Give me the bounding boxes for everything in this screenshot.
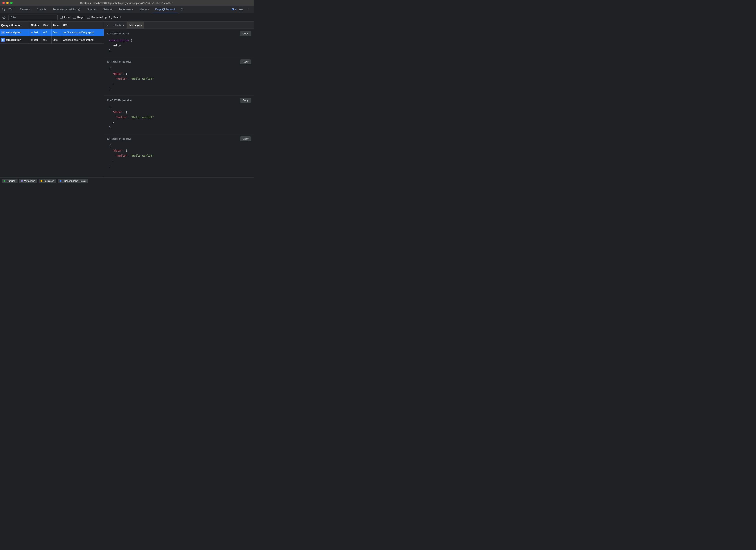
copy-button[interactable]: Copy — [240, 136, 251, 141]
svg-rect-3 — [232, 8, 234, 10]
table-body: Ssubscription1010 B0msws://localhost:400… — [0, 29, 104, 44]
th-query[interactable]: Query / Mutation — [0, 22, 30, 29]
main: Query / Mutation Status Size Time URL Ss… — [0, 22, 254, 177]
detail-tab-messages[interactable]: Messages — [127, 22, 144, 29]
svg-point-5 — [248, 8, 248, 9]
search-button[interactable]: Search — [109, 16, 121, 19]
cell-status: 101 — [30, 29, 42, 36]
pill-label: Persisted — [44, 180, 54, 183]
type-badge: S — [1, 31, 5, 34]
message-header: 12:45:16 PM | receiveCopy — [107, 59, 251, 64]
close-detail-icon[interactable] — [104, 22, 111, 29]
cell-size: 0 B — [42, 29, 52, 36]
svg-point-7 — [248, 10, 248, 11]
pill-persisted[interactable]: Persisted — [39, 179, 56, 183]
table-row[interactable]: Ssubscription1010 B0msws://localhost:400… — [0, 29, 104, 36]
tab-console[interactable]: Console — [34, 6, 49, 13]
filter-input[interactable] — [8, 15, 57, 20]
issues-count: 4 — [235, 8, 237, 11]
svg-point-4 — [241, 9, 242, 10]
table-header: Query / Mutation Status Size Time URL — [0, 22, 104, 29]
message-body: { "data": { "hello": "Hello world!" } } — [107, 66, 251, 92]
cell-status: 101 — [30, 36, 42, 44]
message-header: 12:45:15 PM | sendCopy — [107, 31, 251, 36]
dot-icon — [21, 180, 23, 182]
traffic-lights — [2, 2, 13, 4]
dot-icon — [4, 180, 5, 182]
pill-label: Mutations — [24, 180, 35, 183]
tab-performance-insights-label: Performance insights — [53, 8, 77, 11]
checkbox-icon — [73, 16, 76, 19]
minimize-window-button[interactable] — [6, 2, 9, 4]
th-status[interactable]: Status — [30, 22, 42, 29]
tab-performance[interactable]: Performance — [116, 6, 136, 13]
window-title: DevTools - localhost:4000/graphql?query=… — [80, 2, 173, 5]
maximize-window-button[interactable] — [10, 2, 13, 4]
message-body: { "data": { "hello": "Hello world!" } } — [107, 105, 251, 130]
messages-list: 12:45:15 PM | sendCopysubscription { hel… — [104, 29, 254, 177]
message: 12:45:16 PM | receiveCopy{ "data": { "he… — [104, 57, 254, 95]
search-icon — [109, 16, 112, 19]
message: 12:45:17 PM | receiveCopy{ "data": { "he… — [104, 95, 254, 134]
message-time: 12:45:16 PM | receive — [107, 60, 132, 63]
message: 12:45:18 PM | receiveCopy{ "data": { "he… — [104, 134, 254, 172]
svg-rect-1 — [9, 8, 11, 10]
preserve-log-label: Preserve Log — [91, 16, 107, 19]
th-url[interactable]: URL — [62, 22, 104, 29]
tab-performance-insights[interactable]: Performance insights — [50, 6, 84, 13]
detail-tab-headers[interactable]: Headers — [111, 22, 127, 29]
pill-mutations[interactable]: Mutations — [19, 179, 37, 183]
invert-checkbox[interactable]: Invert — [60, 16, 71, 19]
tab-elements[interactable]: Elements — [17, 6, 33, 13]
regex-checkbox[interactable]: Regex — [73, 16, 85, 19]
copy-button[interactable]: Copy — [240, 59, 251, 64]
pill-subscriptions[interactable]: Subscriptions (Beta) — [58, 179, 88, 183]
copy-button[interactable]: Copy — [240, 31, 251, 36]
request-list-panel: Query / Mutation Status Size Time URL Ss… — [0, 22, 104, 177]
clear-icon[interactable] — [2, 15, 6, 19]
cell-url: ws://localhost:4000/graphql — [62, 36, 104, 44]
more-tabs-icon[interactable] — [179, 7, 185, 12]
copy-button[interactable]: Copy — [240, 98, 251, 103]
message-time: 12:45:18 PM | receive — [107, 137, 132, 140]
footer: Queries Mutations Persisted Subscription… — [0, 177, 254, 184]
svg-point-6 — [248, 9, 248, 10]
cell-time: 0ms — [52, 29, 62, 36]
th-size[interactable]: Size — [42, 22, 52, 29]
checkbox-icon — [87, 16, 90, 19]
close-window-button[interactable] — [2, 2, 5, 4]
invert-label: Invert — [64, 16, 71, 19]
pill-queries[interactable]: Queries — [2, 179, 18, 183]
dot-icon — [41, 180, 42, 182]
tab-memory[interactable]: Memory — [137, 6, 152, 13]
dot-icon — [60, 180, 61, 182]
message-body: subscription { hello } — [107, 38, 251, 53]
svg-point-9 — [109, 16, 111, 18]
table-row[interactable]: Ssubscription1010 B0msws://localhost:400… — [0, 36, 104, 44]
tab-graphql-network[interactable]: GraphQL Network — [152, 6, 178, 13]
preserve-log-checkbox[interactable]: Preserve Log — [87, 16, 107, 19]
detail-panel: Headers Messages 12:45:15 PM | sendCopys… — [104, 22, 254, 177]
tab-sources[interactable]: Sources — [84, 6, 99, 13]
detail-tabs: Headers Messages — [104, 22, 254, 29]
th-time[interactable]: Time — [52, 22, 62, 29]
cell-time: 0ms — [52, 36, 62, 44]
message-body: { "data": { "hello": "Hello world!" } } — [107, 143, 251, 169]
device-toolbar-icon[interactable] — [7, 7, 13, 12]
message-header: 12:45:17 PM | receiveCopy — [107, 98, 251, 103]
checkbox-icon — [60, 16, 63, 19]
issues-badge[interactable]: 4 — [231, 8, 237, 11]
toolbar: Invert Regex Preserve Log Search — [0, 13, 254, 22]
pill-label: Queries — [6, 180, 16, 183]
cell-query: Ssubscription — [0, 29, 30, 36]
type-badge: S — [1, 38, 5, 42]
search-label: Search — [113, 16, 121, 19]
cell-url: ws://localhost:4000/graphql — [62, 29, 104, 36]
inspect-element-icon[interactable] — [1, 7, 7, 12]
settings-icon[interactable] — [238, 7, 244, 12]
message-time: 12:45:17 PM | receive — [107, 99, 132, 102]
tab-network[interactable]: Network — [100, 6, 115, 13]
more-options-icon[interactable] — [245, 7, 251, 12]
regex-label: Regex — [77, 16, 85, 19]
svg-rect-2 — [11, 9, 12, 10]
